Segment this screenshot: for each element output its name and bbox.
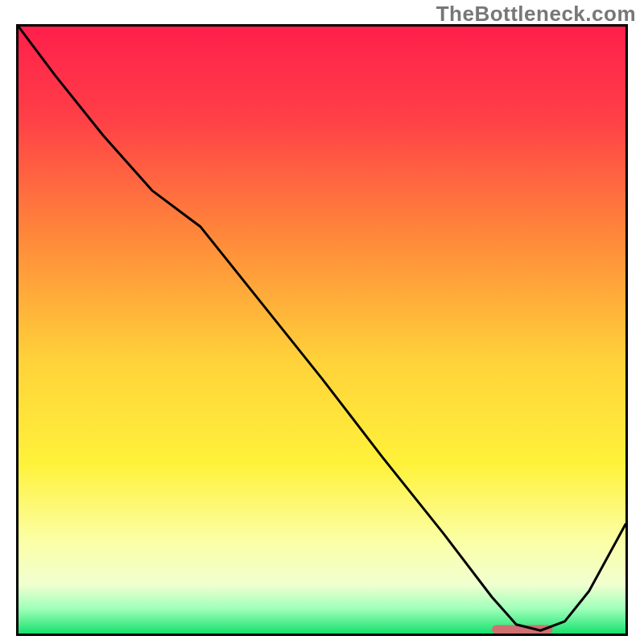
chart-background — [19, 27, 625, 634]
chart-frame: TheBottleneck.com — [0, 0, 644, 644]
plot-area — [16, 24, 628, 636]
watermark-text: TheBottleneck.com — [436, 2, 636, 27]
chart-svg — [19, 27, 625, 634]
